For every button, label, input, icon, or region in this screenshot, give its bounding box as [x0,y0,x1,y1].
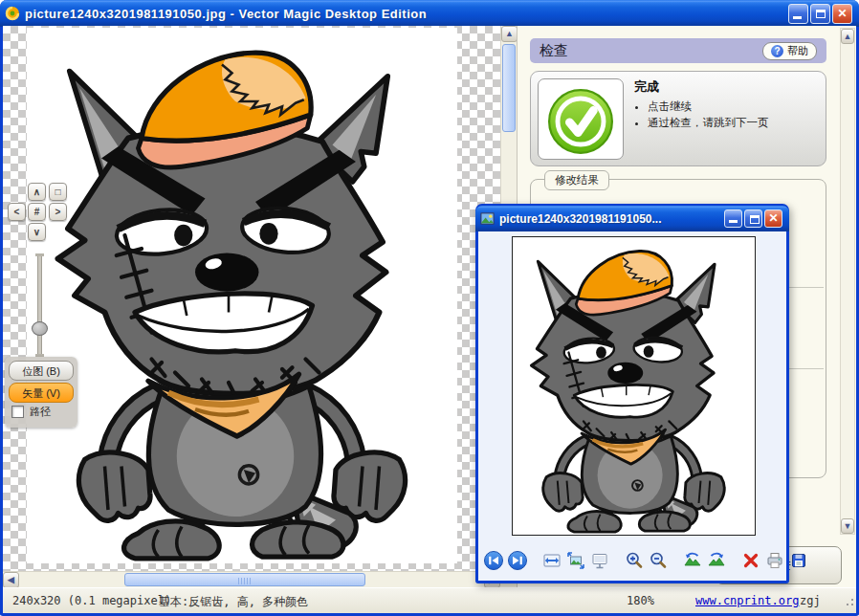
modify-result-legend: 修改结果 [544,170,609,190]
window-title: picture1240x3201981191050.jpg - Vector M… [25,7,788,21]
wolf-illustration-preview [513,237,755,535]
user-label: zgj [800,594,821,607]
panel-scroll-down-icon[interactable]: ▼ [841,518,854,534]
inspect-header: 检查 ? 帮助 [530,38,826,63]
done-bullet-list: 点击继续 通过检查，请跳到下一页 [634,99,820,130]
canvas-horizontal-scrollbar[interactable]: ◀ ▶ [3,571,500,587]
vector-view-button[interactable]: 矢量 (V) [9,383,74,403]
delete-icon[interactable] [740,549,761,572]
preview-toolbar [483,545,782,576]
horizontal-scroll-thumb[interactable] [124,573,365,586]
zoom-slider[interactable] [30,254,49,356]
inspection-result-box: 完成 点击继续 通过检查，请跳到下一页 [530,71,826,166]
main-titlebar[interactable]: picture1240x3201981191050.jpg - Vector M… [0,0,859,27]
cnprint-link[interactable]: www.cnprint.org [695,594,799,607]
bitmap-view-button[interactable]: 位图 (B) [9,361,74,381]
image-size-status: 240x320 (0.1 megapixel) [12,594,171,607]
preview-close-button[interactable]: ✕ [764,209,782,228]
done-bullet: 通过检查，请跳到下一页 [648,116,820,130]
check-success-icon [542,83,619,160]
zoom-slider-thumb[interactable] [32,321,48,336]
maximize-button[interactable] [810,4,830,24]
pan-center-button[interactable]: # [28,203,46,221]
slideshow-icon[interactable] [589,549,610,572]
pan-right-button[interactable]: > [49,203,67,221]
fit-image-icon[interactable] [565,549,586,572]
canvas-area: ∧ □ < # > ∨ 位图 (B) 矢量 (V) 路径 [3,26,517,587]
wolf-illustration [27,28,457,563]
preview-window: picture1240x3201981191050... ✕ [475,204,789,583]
pan-left-button[interactable]: < [8,203,26,221]
fit-window-icon[interactable] [541,549,562,572]
pan-down-button[interactable]: ∨ [28,223,46,241]
path-checkbox-label: 路径 [30,405,51,419]
first-image-icon[interactable] [483,549,504,572]
vector-result-image [27,28,457,563]
preview-window-title: picture1240x3201981191050... [499,212,724,226]
done-bullet: 点击继续 [648,99,820,114]
panel-scroll-up-icon[interactable]: ▲ [841,29,854,44]
preview-titlebar[interactable]: picture1240x3201981191050... ✕ [475,206,789,231]
preview-body [478,231,786,581]
view-mode-panel: 位图 (B) 矢量 (V) 路径 [5,357,77,428]
zoom-level-status: 180% [627,594,654,607]
preview-maximize-button[interactable] [744,209,762,228]
status-tile [538,78,624,160]
resize-grip[interactable] [842,594,855,607]
help-button[interactable]: ? 帮助 [762,42,817,60]
preview-image-frame [512,236,756,536]
zoom-slider-track[interactable] [37,254,42,356]
close-button[interactable]: ✕ [832,4,852,24]
zoom-out-icon[interactable] [648,549,669,572]
question-icon: ? [771,45,783,57]
vertical-scroll-thumb[interactable] [502,44,516,132]
help-button-label: 帮助 [787,44,808,58]
zoom-fit-button[interactable]: □ [49,183,67,201]
pan-up-button[interactable]: ∧ [28,183,46,201]
minimize-button[interactable] [788,4,808,24]
done-title: 完成 [634,78,820,96]
rotate-left-icon[interactable] [682,549,703,572]
save-icon[interactable] [788,549,809,572]
scroll-up-icon[interactable]: ▲ [501,26,518,42]
canvas-viewport[interactable]: ∧ □ < # > ∨ 位图 (B) 矢量 (V) 路径 [3,26,500,571]
path-checkbox-row[interactable]: 路径 [11,405,51,419]
rotate-right-icon[interactable] [706,549,727,572]
print-icon[interactable] [764,549,785,572]
panel-scrollbar[interactable]: ▲ ▼ [840,28,855,535]
vectorize-settings-status: 基本:反锯齿, 高, 多种颜色 [159,594,308,610]
image-file-icon [480,211,495,226]
next-image-icon[interactable] [507,549,528,572]
inspect-title: 检查 [540,42,762,60]
zoom-in-icon[interactable] [624,549,645,572]
scroll-left-icon[interactable]: ◀ [3,572,19,588]
preview-minimize-button[interactable] [724,209,742,228]
path-checkbox[interactable] [11,406,24,418]
vector-magic-app-icon [5,6,20,21]
status-bar: 240x320 (0.1 megapixel) 基本:反锯齿, 高, 多种颜色 … [3,587,856,613]
